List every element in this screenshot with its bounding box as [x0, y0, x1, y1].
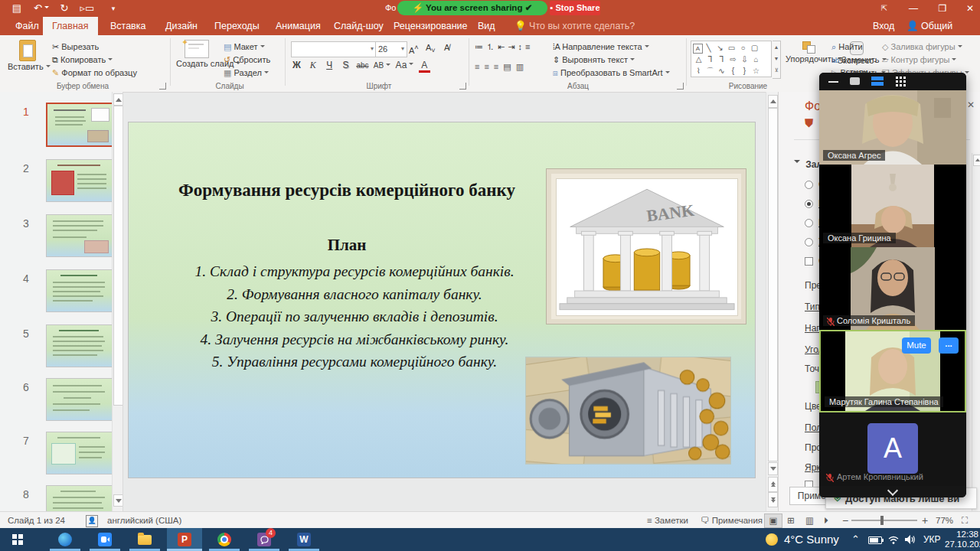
pentagon-shape-icon[interactable]: ⌂ [750, 54, 762, 65]
font-dialog-launcher[interactable] [459, 83, 466, 90]
italic-button[interactable]: К [307, 60, 318, 71]
clock[interactable]: 12:38 27.10.2021 [945, 530, 978, 549]
oval-shape-icon[interactable]: ○ [737, 42, 749, 54]
arrange-button[interactable]: Упорядочить [786, 41, 833, 65]
find-button[interactable]: ⌕ Найти [831, 41, 900, 53]
decrease-indent-icon[interactable]: ⇤ [498, 42, 508, 51]
slide-thumbnail-1[interactable] [46, 103, 115, 147]
font-name-combo[interactable]: ▾ [291, 41, 377, 57]
accessibility-icon[interactable]: 👤 [86, 515, 98, 527]
slide-thumbnail-6[interactable] [46, 378, 113, 421]
slide-scroll-up-arrow[interactable] [768, 95, 778, 108]
slide-scroll-down-arrow[interactable] [768, 462, 778, 475]
shapes-gallery-scroll[interactable]: ▲▼⊻ [773, 41, 781, 79]
taskbar-file-explorer[interactable] [127, 528, 162, 551]
ribbon-display-options-icon[interactable]: ⇱ [873, 0, 896, 17]
grow-font-button[interactable]: А˄ [409, 42, 419, 57]
tab-home[interactable]: Главная [43, 17, 98, 35]
slide-title[interactable]: Формування ресурсів комерційного банку [136, 181, 557, 201]
slide-thumbnail-2[interactable] [46, 159, 113, 202]
picture-fill-radio[interactable] [805, 219, 813, 227]
line-spacing-icon[interactable]: ↕≡ [518, 42, 533, 51]
pane-scroll-up[interactable] [973, 155, 980, 166]
align-center-icon[interactable]: ≡ [484, 62, 493, 71]
tab-view[interactable]: Вид [469, 17, 505, 35]
bold-button[interactable]: Ж [291, 60, 302, 70]
tab-file[interactable]: Файл [6, 17, 48, 35]
language-switcher[interactable]: УКР [923, 528, 941, 551]
taskbar-zoom[interactable] [87, 528, 122, 551]
slide-thumbnail-3[interactable] [46, 214, 113, 257]
character-spacing-button[interactable]: АВ [374, 61, 390, 70]
elbow-connector-icon[interactable]: Ꞁ [704, 54, 716, 65]
convert-smartart-button[interactable]: ⧈ Преобразовать в SmartArt [553, 67, 670, 79]
right-brace-shape-icon[interactable]: } [739, 65, 750, 77]
participant-video[interactable]: Оксана Агрес [819, 90, 966, 165]
paragraph-dialog-launcher[interactable] [677, 83, 684, 90]
shapes-gallery[interactable]: A╲↘▭○▢ △ꞀꞀ⇨⇩⌂ ⌇⌒∿{}☆ [691, 41, 772, 77]
numbering-icon[interactable]: ⒈ [486, 42, 498, 51]
underline-button[interactable]: Ч [324, 60, 335, 70]
minimize-panel-icon[interactable] [828, 81, 838, 83]
tab-review[interactable]: Рецензирование [384, 17, 477, 35]
zoom-slider-track[interactable] [851, 520, 917, 521]
slide-thumbnail-4[interactable] [46, 269, 113, 312]
columns-icon[interactable]: ▥ [516, 62, 528, 71]
zoom-level[interactable]: 77% [936, 512, 953, 529]
elbow-arrow-icon[interactable]: Ꞁ [716, 54, 727, 65]
mute-button[interactable]: Mute [902, 337, 931, 354]
change-case-button[interactable]: Аа [396, 60, 414, 70]
paste-button[interactable]: Вставить [8, 40, 47, 73]
new-slide-button[interactable]: ✦ Создать слайд [176, 40, 217, 70]
tell-me-box[interactable]: 💡 Что вы хотите сделать? [505, 17, 644, 35]
solid-fill-radio[interactable] [805, 181, 813, 189]
scroll-thumb[interactable] [113, 106, 123, 406]
slide-scroll-thumb[interactable] [768, 108, 778, 461]
slide-area-scrollbar[interactable] [766, 92, 779, 511]
clear-formatting-button[interactable]: А̸ [444, 42, 449, 54]
participant-video-active[interactable]: Mute ... Марутяк Галина Степанівна [819, 330, 966, 412]
bank-picture[interactable]: BANK [546, 168, 746, 324]
battery-icon[interactable] [868, 536, 882, 544]
close-window-button[interactable]: ✕ [959, 0, 980, 17]
line-shape-icon[interactable]: ╲ [703, 42, 714, 54]
taskbar-word[interactable]: W [286, 528, 322, 551]
comments-toggle[interactable]: 🗨 Примечания [701, 512, 763, 529]
thumbnail-scrollbar[interactable] [112, 92, 123, 511]
tab-design[interactable]: Дизайн [156, 17, 207, 35]
paint-bucket-icon[interactable]: ⛊ [805, 116, 813, 130]
fit-slide-to-window-button[interactable]: ⛶ [962, 512, 968, 529]
slideshow-view-button[interactable]: ⏵ [824, 512, 828, 529]
participant-video[interactable]: A Артем Кропивницький [819, 412, 966, 486]
strikethrough-button[interactable]: abc [356, 61, 368, 70]
wifi-icon[interactable] [888, 536, 899, 544]
normal-view-button[interactable]: ▣ [764, 514, 782, 528]
slide-thumbnail-8[interactable] [46, 485, 113, 511]
font-size-combo[interactable]: 26▾ [375, 41, 407, 57]
layout-button[interactable]: ▤ Макет [224, 41, 265, 53]
cut-button[interactable]: ✂ Вырезать [52, 41, 99, 53]
left-brace-shape-icon[interactable]: { [727, 65, 739, 77]
slide-sorter-view-button[interactable]: ⊞ [787, 512, 795, 529]
taskbar-edge[interactable] [47, 528, 83, 551]
stop-share-button[interactable]: ▪ Stop Share [550, 1, 600, 15]
slide-thumbnail-5[interactable] [46, 324, 113, 367]
copy-button[interactable]: ⧉ Копировать [52, 54, 113, 66]
tab-animations[interactable]: Анимация [266, 17, 330, 35]
right-arrow-shape-icon[interactable]: ⇨ [727, 54, 739, 65]
share-button[interactable]: 👤 Общий доступ [897, 17, 980, 35]
minimize-window-button[interactable]: — [902, 0, 925, 17]
bank-vault-picture[interactable] [525, 357, 731, 465]
text-direction-button[interactable]: ⦙A Направление текста [553, 41, 649, 53]
hide-background-checkbox[interactable] [805, 257, 813, 266]
save-icon[interactable]: ▤ [9, 2, 24, 15]
notes-toggle[interactable]: ≡ Заметки [647, 512, 688, 529]
start-button[interactable] [0, 528, 35, 551]
triangle-shape-icon[interactable]: △ [693, 54, 704, 65]
bullets-icon[interactable]: ≔ [475, 42, 486, 51]
zoom-in-button[interactable]: + [922, 512, 928, 529]
increase-indent-icon[interactable]: ⇥ [508, 42, 518, 51]
taskbar-viber[interactable]: 4 [247, 528, 282, 551]
participant-video[interactable]: Оксана Грицина [819, 165, 966, 247]
slide-plan-heading[interactable]: План [136, 236, 557, 255]
